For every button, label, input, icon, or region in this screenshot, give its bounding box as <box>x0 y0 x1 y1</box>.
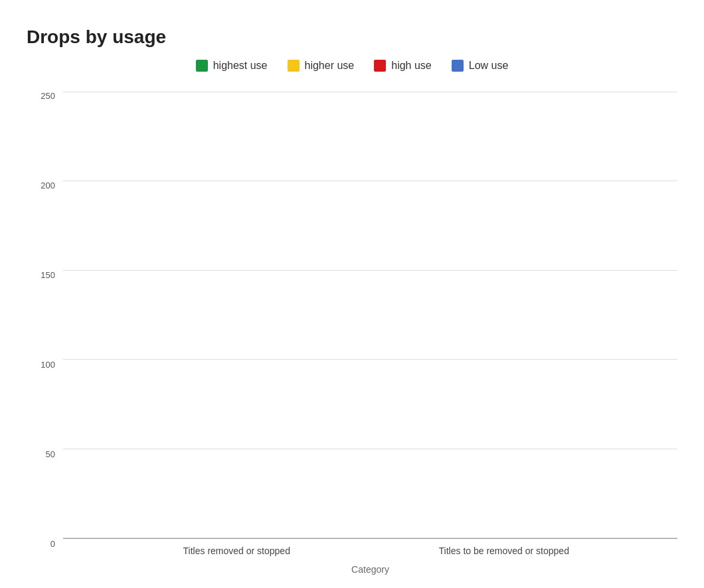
bars-container <box>63 92 677 538</box>
y-tick: 0 <box>50 540 55 548</box>
legend-label: Low use <box>469 60 509 72</box>
x-axis-title: Category <box>63 564 677 575</box>
legend-label: highest use <box>213 60 268 72</box>
legend-color-box <box>374 60 386 72</box>
plot-area: Titles removed or stoppedTitles to be re… <box>63 92 677 575</box>
legend-item: high use <box>374 60 432 72</box>
y-tick: 50 <box>46 450 55 459</box>
chart-area: 050100150200250 Titles removed or stoppe… <box>27 92 677 575</box>
legend-item: highest use <box>196 60 268 72</box>
y-tick: 250 <box>41 92 55 100</box>
x-label: Titles removed or stopped <box>170 546 303 556</box>
legend-color-box <box>452 60 464 72</box>
y-tick: 200 <box>41 181 55 190</box>
grid-and-bars <box>63 92 677 539</box>
legend-color-box <box>288 60 300 72</box>
legend-label: higher use <box>305 60 355 72</box>
y-tick: 150 <box>41 271 55 279</box>
chart-legend: highest usehigher usehigh useLow use <box>27 60 677 72</box>
legend-label: high use <box>391 60 432 72</box>
chart-title: Drops by usage <box>27 27 677 48</box>
y-axis: 050100150200250 <box>27 92 63 575</box>
legend-item: higher use <box>288 60 355 72</box>
legend-item: Low use <box>452 60 509 72</box>
y-tick: 100 <box>41 360 55 369</box>
x-label: Titles to be removed or stopped <box>438 546 571 556</box>
x-labels: Titles removed or stoppedTitles to be re… <box>63 539 677 556</box>
legend-color-box <box>196 60 208 72</box>
